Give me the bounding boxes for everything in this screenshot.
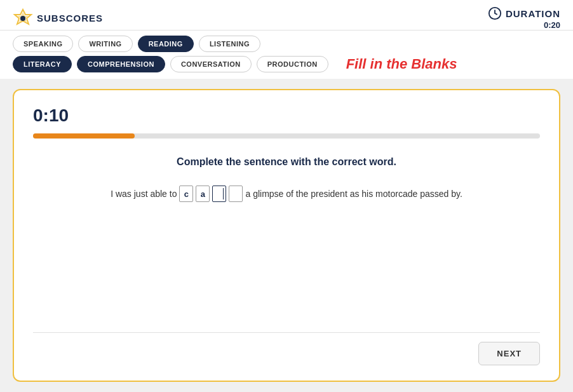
subscores-title: SUBSCORES xyxy=(37,13,103,24)
progress-bar-container xyxy=(33,133,540,139)
header: SUBSCORES DURATION 0:20 xyxy=(0,0,573,30)
nav-comprehension[interactable]: COMPREHENSION xyxy=(77,56,165,72)
nav-reading[interactable]: READING xyxy=(138,36,194,52)
progress-bar-fill xyxy=(33,133,135,139)
sentence-after: a glimpse of the president as his motorc… xyxy=(245,189,462,199)
letter-box-a[interactable]: a xyxy=(196,186,210,202)
nav-row2: LITERACY COMPREHENSION CONVERSATION PROD… xyxy=(0,56,573,79)
subscores-logo-icon xyxy=(13,8,33,29)
question-card: 0:10 Complete the sentence with the corr… xyxy=(13,89,560,382)
next-button[interactable]: NEXT xyxy=(478,342,540,365)
nav-row1: SPEAKING WRITING READING LISTENING xyxy=(0,30,573,56)
letter-box-empty[interactable] xyxy=(229,186,243,202)
subscores-section: SUBSCORES xyxy=(13,8,103,29)
main-area: 0:10 Complete the sentence with the corr… xyxy=(0,79,573,392)
clock-icon xyxy=(488,6,502,20)
question-instruction: Complete the sentence with the correct w… xyxy=(33,156,540,168)
duration-time: 0:20 xyxy=(544,20,560,30)
svg-point-2 xyxy=(20,16,25,21)
nav-speaking[interactable]: SPEAKING xyxy=(13,36,73,52)
nav-production[interactable]: PRODUCTION xyxy=(257,56,328,72)
nav-writing[interactable]: WRITING xyxy=(78,36,132,52)
duration-row: DURATION xyxy=(488,6,560,20)
letter-box-c[interactable]: c xyxy=(179,186,193,202)
nav-literacy[interactable]: LITERACY xyxy=(13,56,72,72)
duration-section: DURATION 0:20 xyxy=(488,6,560,30)
subscores-logo: SUBSCORES xyxy=(13,8,103,29)
nav-conversation[interactable]: CONVERSATION xyxy=(170,56,252,72)
divider-line xyxy=(33,332,540,333)
nav-listening[interactable]: LISTENING xyxy=(199,36,260,52)
timer-display: 0:10 xyxy=(33,105,540,126)
sentence-area: I was just able to c a a glimpse of the … xyxy=(33,186,540,202)
letter-box-active[interactable] xyxy=(212,186,226,202)
duration-label: DURATION xyxy=(506,8,560,19)
bottom-row: NEXT xyxy=(33,342,540,365)
fill-in-blanks-title: Fill in the Blanks xyxy=(346,56,457,72)
sentence-before: I was just able to xyxy=(111,189,177,199)
